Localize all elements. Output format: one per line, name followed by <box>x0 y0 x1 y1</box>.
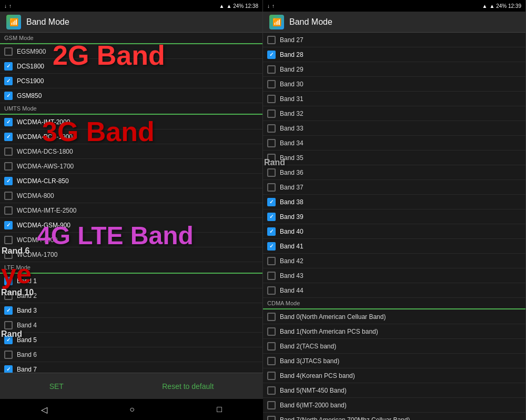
list-item[interactable]: Band 5 <box>0 333 262 347</box>
list-item[interactable]: Band 33 <box>263 121 525 136</box>
checkbox-wcdma-imt2000[interactable] <box>4 118 13 126</box>
right-scroll-content[interactable]: Band 27 Band 28 Band 29 Band 30 Band 31 … <box>263 33 525 420</box>
checkbox-band6[interactable] <box>4 351 13 359</box>
checkbox-band33[interactable] <box>267 124 276 133</box>
list-item[interactable]: Band 43 <box>263 268 525 283</box>
checkbox-cdma-band3[interactable] <box>267 357 276 365</box>
list-item[interactable]: WCDMA-IMT-E-2500 <box>0 203 262 218</box>
left-set-button[interactable]: SET <box>39 378 74 395</box>
checkbox-cdma-band5[interactable] <box>267 386 276 395</box>
list-item[interactable]: Band 2 <box>0 288 262 303</box>
list-item[interactable]: Band 39 <box>263 209 525 224</box>
list-item[interactable]: WCDMA-AWS-1700 <box>0 159 262 174</box>
list-item[interactable]: Band 32 <box>263 106 525 121</box>
list-item[interactable]: WCDMA-DCS-1800 <box>0 144 262 159</box>
checkbox-wcdma-1700[interactable] <box>4 251 13 259</box>
list-item[interactable]: WCDMA-IMT-2000 <box>0 115 262 129</box>
list-item[interactable]: WCDMA-PCS-1900 <box>0 129 262 144</box>
list-item[interactable]: Band 2(TACS band) <box>263 339 525 354</box>
checkbox-wcdma-dcs1800[interactable] <box>4 147 13 156</box>
list-item[interactable]: Band 30 <box>263 77 525 92</box>
list-item[interactable]: Band 38 <box>263 195 525 209</box>
left-home-button[interactable]: ○ <box>129 405 135 414</box>
list-item[interactable]: Band 36 <box>263 165 525 180</box>
list-item[interactable]: Band 27 <box>263 33 525 47</box>
checkbox-band36[interactable] <box>267 168 276 177</box>
checkbox-band4[interactable] <box>4 321 13 329</box>
checkbox-band30[interactable] <box>267 80 276 88</box>
checkbox-band44[interactable] <box>267 286 276 295</box>
list-item[interactable]: Band 28 <box>263 47 525 62</box>
list-item[interactable]: Band 42 <box>263 254 525 268</box>
upload-icon: ↑ <box>9 3 12 9</box>
left-scroll-content[interactable]: GSM Mode EGSM900 DCS1800 PCS1900 GSM850 … <box>0 33 262 420</box>
list-item[interactable]: WCDMA-1700 <box>0 247 262 262</box>
checkbox-band43[interactable] <box>267 272 276 280</box>
checkbox-wcdma-gsm900[interactable] <box>4 221 13 229</box>
list-item[interactable]: Band 34 <box>263 136 525 151</box>
list-item[interactable]: Band 0(North American Celluar Band) <box>263 309 525 324</box>
list-item[interactable]: Band 1 <box>0 274 262 288</box>
list-item[interactable]: Band 1(North American PCS band) <box>263 324 525 339</box>
checkbox-cdma-band4[interactable] <box>267 372 276 380</box>
checkbox-band31[interactable] <box>267 95 276 103</box>
checkbox-wcdma-800[interactable] <box>4 192 13 200</box>
list-item[interactable]: WCDMA-CLR-850 <box>0 174 262 188</box>
checkbox-band35[interactable] <box>267 154 276 162</box>
left-back-button[interactable]: ◁ <box>41 405 47 415</box>
checkbox-wcdma-imte2500[interactable] <box>4 206 13 215</box>
checkbox-band40[interactable] <box>267 227 276 236</box>
checkbox-cdma-band0[interactable] <box>267 313 276 321</box>
checkbox-band39[interactable] <box>267 213 276 221</box>
left-recent-button[interactable]: □ <box>217 405 222 414</box>
list-item[interactable]: EGSM900 <box>0 44 262 59</box>
list-item[interactable]: Band 5(NMT-450 Band) <box>263 383 525 398</box>
checkbox-wcdma-clr850[interactable] <box>4 177 13 185</box>
checkbox-dcs1800[interactable] <box>4 62 13 71</box>
checkbox-band41[interactable] <box>267 242 276 251</box>
checkbox-wcdma-pcs1900[interactable] <box>4 133 13 141</box>
list-item[interactable]: WCDMA-1800 <box>0 233 262 247</box>
checkbox-band34[interactable] <box>267 139 276 147</box>
checkbox-wcdma-1800[interactable] <box>4 236 13 244</box>
checkbox-cdma-band7[interactable] <box>267 416 276 421</box>
checkbox-band1[interactable] <box>4 277 13 285</box>
checkbox-band32[interactable] <box>267 109 276 118</box>
list-item[interactable]: WCDMA-800 <box>0 188 262 203</box>
list-item[interactable]: Band 41 <box>263 239 525 254</box>
checkbox-cdma-band6[interactable] <box>267 401 276 409</box>
list-item[interactable]: Band 4 <box>0 318 262 333</box>
checkbox-pcs1900[interactable] <box>4 77 13 85</box>
checkbox-cdma-band2[interactable] <box>267 342 276 351</box>
list-item[interactable]: Band 3 <box>0 303 262 318</box>
list-item[interactable]: Band 35 <box>263 151 525 165</box>
list-item[interactable]: Band 6 <box>0 347 262 362</box>
list-item[interactable]: Band 40 <box>263 224 525 239</box>
list-item[interactable]: Band 37 <box>263 180 525 195</box>
list-item[interactable]: Band 31 <box>263 92 525 106</box>
checkbox-cdma-band1[interactable] <box>267 327 276 336</box>
checkbox-egsm900[interactable] <box>4 47 13 56</box>
list-item[interactable]: DCS1800 <box>0 59 262 74</box>
list-item[interactable]: Band 44 <box>263 283 525 298</box>
checkbox-band42[interactable] <box>267 257 276 265</box>
list-item[interactable]: Band 4(Korean PCS band) <box>263 368 525 383</box>
checkbox-wcdma-aws1700[interactable] <box>4 162 13 171</box>
list-item[interactable]: WCDMA-GSM-900 <box>0 218 262 233</box>
list-item[interactable]: Band 7(North American 700Mhz Celluar Ban… <box>263 413 525 420</box>
list-item[interactable]: GSM850 <box>0 88 262 103</box>
checkbox-band3[interactable] <box>4 306 13 315</box>
checkbox-band29[interactable] <box>267 65 276 74</box>
checkbox-band37[interactable] <box>267 183 276 192</box>
checkbox-gsm850[interactable] <box>4 92 13 100</box>
checkbox-band5[interactable] <box>4 336 13 344</box>
list-item[interactable]: Band 29 <box>263 62 525 77</box>
checkbox-band28[interactable] <box>267 51 276 59</box>
list-item[interactable]: Band 6(IMT-2000 band) <box>263 398 525 413</box>
checkbox-band27[interactable] <box>267 36 276 44</box>
list-item[interactable]: Band 3(JTACS band) <box>263 354 525 368</box>
left-reset-button[interactable]: Reset to default <box>151 378 224 395</box>
checkbox-band38[interactable] <box>267 198 276 206</box>
list-item[interactable]: PCS1900 <box>0 74 262 88</box>
checkbox-band2[interactable] <box>4 292 13 300</box>
